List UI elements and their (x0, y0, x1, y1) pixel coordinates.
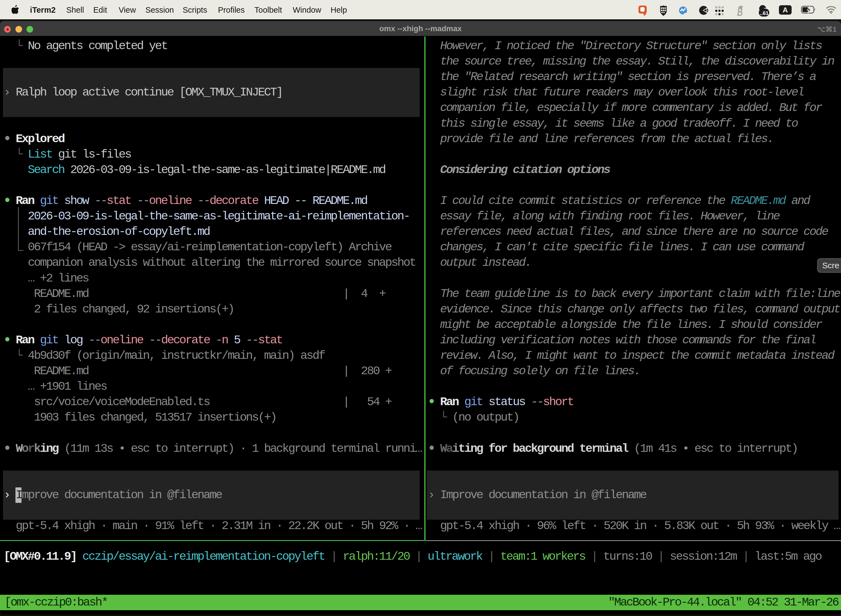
svg-text:..61: ..61 (760, 10, 769, 16)
